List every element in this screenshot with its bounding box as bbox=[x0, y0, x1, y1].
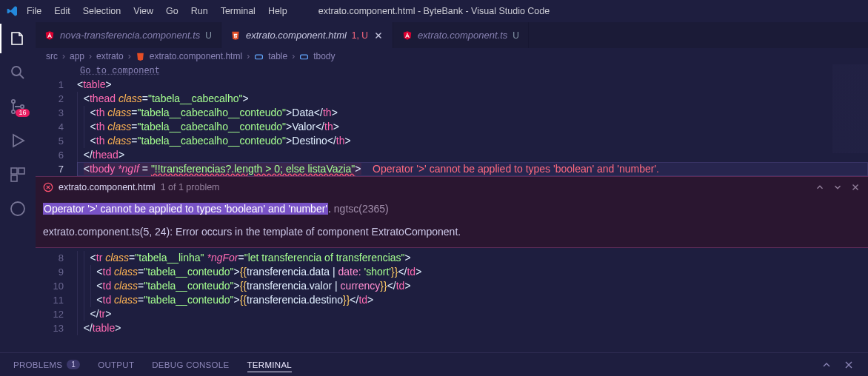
svg-rect-5 bbox=[19, 168, 24, 174]
tab-label: nova-transferencia.component.ts bbox=[60, 30, 200, 41]
error-icon bbox=[43, 182, 53, 192]
code-editor[interactable]: <tr class="tabela__linha" *ngFor="let tr… bbox=[77, 251, 868, 335]
run-debug-icon[interactable] bbox=[9, 132, 27, 150]
symbol-icon bbox=[299, 52, 309, 61]
search-icon[interactable] bbox=[9, 64, 27, 81]
extensions-icon[interactable] bbox=[9, 166, 27, 184]
remote-icon[interactable] bbox=[9, 200, 27, 218]
tab-status: U bbox=[205, 30, 212, 41]
title-bar: File Edit Selection View Go Run Terminal… bbox=[0, 0, 868, 22]
tab-status: U bbox=[513, 30, 519, 41]
menu-bar: File Edit Selection View Go Run Terminal… bbox=[25, 6, 287, 16]
minimap[interactable] bbox=[832, 64, 868, 175]
symbol-icon bbox=[254, 52, 264, 61]
svg-point-2 bbox=[11, 110, 14, 113]
line-gutter: 8 9 10 11 12 13 bbox=[36, 251, 77, 335]
menu-help[interactable]: Help bbox=[268, 6, 287, 16]
crumb-extrato[interactable]: extrato bbox=[96, 51, 124, 61]
peek-error-code: ngtsc(2365) bbox=[331, 203, 389, 215]
peek-count: 1 of 1 problem bbox=[161, 182, 220, 192]
tab-label: extrato.component.html bbox=[246, 30, 347, 41]
peek-related[interactable]: extrato.component.ts(5, 24): Error occur… bbox=[43, 224, 861, 240]
menu-terminal[interactable]: Terminal bbox=[221, 6, 256, 16]
svg-rect-4 bbox=[11, 168, 17, 174]
svg-point-7 bbox=[11, 202, 24, 215]
activity-bar: 16 bbox=[0, 22, 36, 352]
close-icon[interactable] bbox=[850, 182, 861, 192]
panel-tabs: Problems 1 Output Debug Console Terminal bbox=[0, 352, 868, 376]
svg-point-3 bbox=[20, 105, 23, 108]
maximize-panel-icon[interactable] bbox=[821, 359, 832, 371]
panel-output[interactable]: Output bbox=[98, 360, 134, 369]
panel-problems[interactable]: Problems 1 bbox=[13, 360, 80, 369]
menu-selection[interactable]: Selection bbox=[83, 6, 121, 16]
svg-point-0 bbox=[12, 67, 21, 75]
peek-message: Operator '>' cannot be applied to types … bbox=[43, 203, 328, 215]
editor-tabs: nova-transferencia.component.ts U extrat… bbox=[36, 22, 868, 48]
go-to-component-link[interactable]: Go to component bbox=[36, 64, 868, 78]
source-control-icon[interactable]: 16 bbox=[9, 98, 27, 115]
svg-point-1 bbox=[11, 100, 14, 103]
crumb-table[interactable]: table bbox=[268, 51, 287, 61]
peek-filename: extrato.component.html bbox=[59, 182, 156, 192]
menu-view[interactable]: View bbox=[133, 6, 153, 16]
close-panel-icon[interactable] bbox=[843, 359, 855, 371]
explorer-icon[interactable] bbox=[9, 30, 27, 47]
menu-edit[interactable]: Edit bbox=[54, 6, 70, 16]
problems-count: 1 bbox=[67, 360, 80, 369]
menu-run[interactable]: Run bbox=[191, 6, 208, 16]
menu-file[interactable]: File bbox=[27, 6, 41, 16]
menu-go[interactable]: Go bbox=[166, 6, 178, 16]
inline-error: Operator '>' cannot be applied to types … bbox=[373, 163, 659, 175]
line-gutter: 1 2 3 4 5 6 7 bbox=[36, 78, 77, 176]
chevron-down-icon[interactable] bbox=[832, 182, 843, 192]
html-icon bbox=[230, 30, 241, 41]
scm-badge: 16 bbox=[16, 109, 29, 117]
panel-terminal[interactable]: Terminal bbox=[247, 360, 293, 372]
svg-rect-6 bbox=[11, 175, 17, 181]
tab-extrato-html[interactable]: extrato.component.html 1, U bbox=[221, 22, 393, 48]
crumb-tbody[interactable]: tbody bbox=[313, 51, 335, 61]
tab-extrato-ts[interactable]: extrato.component.ts U bbox=[393, 22, 529, 48]
tab-modified: 1, U bbox=[352, 30, 368, 41]
crumb-src[interactable]: src bbox=[46, 51, 58, 61]
panel-debug-console[interactable]: Debug Console bbox=[152, 360, 229, 369]
svg-rect-9 bbox=[301, 55, 308, 59]
problem-peek: extrato.component.html 1 of 1 problem Op… bbox=[36, 176, 868, 248]
tab-nova-transferencia[interactable]: nova-transferencia.component.ts U bbox=[36, 22, 221, 48]
angular-icon bbox=[44, 30, 55, 41]
breadcrumb[interactable]: src› app› extrato› extrato.component.htm… bbox=[36, 48, 868, 64]
chevron-up-icon[interactable] bbox=[815, 182, 825, 192]
crumb-app[interactable]: app bbox=[70, 51, 84, 61]
angular-icon bbox=[402, 30, 413, 41]
html-icon bbox=[136, 52, 145, 61]
code-editor[interactable]: <table> <thead class="tabela__cabecalho"… bbox=[77, 78, 868, 176]
svg-rect-8 bbox=[256, 55, 263, 59]
vscode-logo bbox=[0, 5, 25, 17]
close-icon[interactable] bbox=[373, 30, 384, 41]
crumb-file[interactable]: extrato.component.html bbox=[150, 51, 242, 61]
tab-label: extrato.component.ts bbox=[418, 30, 507, 41]
